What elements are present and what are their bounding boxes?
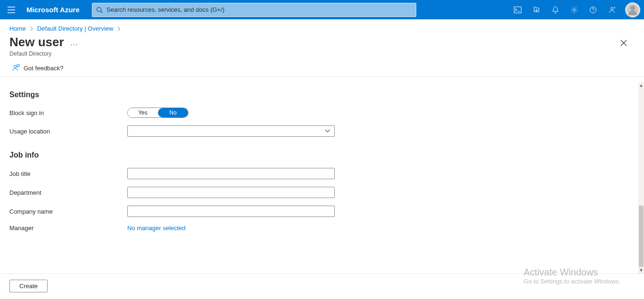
page-header: New user ··· Default Directory bbox=[0, 35, 644, 57]
svg-point-4 bbox=[611, 7, 613, 9]
got-feedback-label: Got feedback? bbox=[24, 65, 64, 72]
block-signin-label: Block sign in bbox=[9, 109, 127, 116]
svg-rect-1 bbox=[514, 7, 521, 13]
create-button[interactable]: Create bbox=[9, 280, 48, 292]
scrollbar-thumb[interactable] bbox=[639, 206, 644, 267]
toggle-no[interactable]: No bbox=[158, 108, 188, 117]
top-bar: Microsoft Azure bbox=[0, 0, 644, 19]
avatar-placeholder-icon bbox=[627, 4, 638, 16]
chevron-down-icon bbox=[325, 129, 330, 133]
close-icon bbox=[620, 40, 627, 46]
manager-link[interactable]: No manager selected bbox=[127, 224, 186, 232]
directories-icon[interactable] bbox=[527, 0, 546, 19]
breadcrumb-home[interactable]: Home bbox=[9, 25, 26, 32]
form-content: Settings Block sign in Yes No Usage loca… bbox=[0, 82, 638, 274]
chevron-right-icon bbox=[30, 26, 33, 31]
breadcrumb-directory[interactable]: Default Directory | Overview bbox=[37, 25, 114, 32]
scroll-down-arrow[interactable]: ▼ bbox=[638, 267, 644, 274]
topbar-actions bbox=[508, 0, 621, 19]
search-icon bbox=[96, 7, 103, 13]
search-input[interactable] bbox=[107, 6, 416, 13]
content-scrollbar[interactable]: ▲ ▼ bbox=[638, 82, 644, 274]
scroll-up-arrow[interactable]: ▲ bbox=[638, 82, 644, 89]
chevron-right-icon bbox=[117, 26, 121, 31]
more-actions[interactable]: ··· bbox=[70, 41, 78, 49]
cloud-shell-icon[interactable] bbox=[508, 0, 527, 19]
brand-label: Microsoft Azure bbox=[23, 6, 87, 14]
footer-bar: Create bbox=[0, 274, 644, 299]
usage-location-select[interactable] bbox=[127, 125, 335, 137]
jobinfo-heading: Job info bbox=[9, 151, 629, 159]
close-blade-button[interactable] bbox=[618, 37, 630, 50]
user-avatar[interactable] bbox=[625, 2, 640, 17]
feedback-icon[interactable] bbox=[603, 0, 621, 19]
help-icon[interactable] bbox=[584, 0, 603, 19]
svg-point-5 bbox=[14, 66, 17, 68]
svg-point-2 bbox=[573, 8, 576, 11]
hamburger-menu[interactable] bbox=[0, 0, 23, 19]
notifications-icon[interactable] bbox=[546, 0, 565, 19]
usage-location-label: Usage location bbox=[9, 128, 127, 135]
company-name-label: Company name bbox=[9, 208, 127, 215]
page-title: New user bbox=[9, 35, 64, 50]
job-title-input[interactable] bbox=[127, 168, 335, 179]
settings-heading: Settings bbox=[9, 91, 629, 99]
department-input[interactable] bbox=[127, 187, 335, 198]
job-title-label: Job title bbox=[9, 170, 127, 177]
command-bar: Got feedback? bbox=[0, 57, 644, 77]
toggle-yes[interactable]: Yes bbox=[128, 108, 158, 117]
hamburger-icon bbox=[8, 7, 15, 13]
company-name-input[interactable] bbox=[127, 206, 335, 217]
settings-icon[interactable] bbox=[565, 0, 584, 19]
got-feedback-button[interactable]: Got feedback? bbox=[12, 64, 64, 73]
person-feedback-icon bbox=[12, 64, 20, 73]
manager-label: Manager bbox=[9, 224, 127, 232]
global-search[interactable] bbox=[92, 3, 416, 17]
svg-point-0 bbox=[97, 7, 101, 11]
department-label: Department bbox=[9, 189, 127, 196]
breadcrumb: Home Default Directory | Overview bbox=[0, 19, 644, 35]
block-signin-toggle[interactable]: Yes No bbox=[127, 108, 189, 118]
page-subtitle: Default Directory bbox=[9, 50, 635, 57]
